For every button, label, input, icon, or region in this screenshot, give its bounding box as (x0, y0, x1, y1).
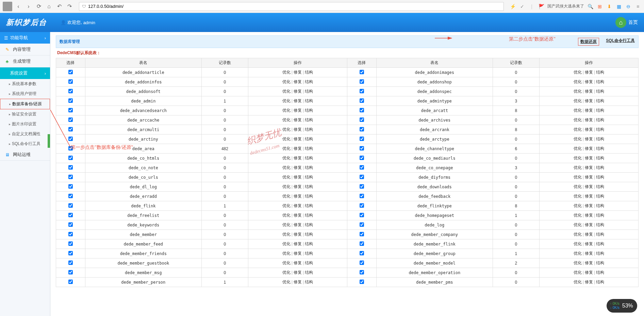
optimize-link[interactable]: 优化 (574, 232, 582, 237)
row-checkbox[interactable] (68, 137, 73, 141)
repair-link[interactable]: 修复 (585, 203, 593, 208)
optimize-link[interactable]: 优化 (574, 203, 582, 208)
repair-link[interactable]: 修复 (294, 89, 302, 94)
repair-link[interactable]: 修复 (585, 184, 593, 189)
structure-link[interactable]: 结构 (596, 127, 604, 132)
row-checkbox[interactable] (68, 280, 73, 284)
optimize-link[interactable]: 优化 (282, 98, 291, 103)
flag-icon[interactable]: 🚩 (538, 3, 545, 10)
optimize-link[interactable]: 优化 (574, 117, 582, 122)
optimize-link[interactable]: 优化 (574, 70, 582, 75)
row-checkbox[interactable] (360, 251, 364, 255)
optimize-link[interactable]: 优化 (574, 137, 582, 141)
structure-link[interactable]: 结构 (596, 98, 604, 103)
sidebar-collapse-handle[interactable] (48, 134, 50, 148)
download-icon[interactable]: ⬇ (606, 3, 613, 10)
repair-link[interactable]: 修复 (585, 232, 593, 237)
row-checkbox[interactable] (360, 165, 364, 170)
apps-icon[interactable]: ⊞ (596, 3, 603, 10)
lightning-icon[interactable]: ✓ (519, 3, 526, 10)
repair-link[interactable]: 修复 (294, 251, 302, 256)
structure-link[interactable]: 结构 (305, 70, 313, 75)
row-checkbox[interactable] (68, 175, 73, 179)
repair-link[interactable]: 修复 (294, 260, 302, 265)
optimize-link[interactable]: 优化 (282, 251, 291, 256)
menu-icon[interactable]: ≡ (634, 3, 641, 10)
structure-link[interactable]: 结构 (596, 165, 604, 170)
row-checkbox[interactable] (360, 137, 364, 141)
row-checkbox[interactable] (68, 241, 73, 246)
repair-link[interactable]: 修复 (585, 117, 593, 122)
undo-button[interactable]: ↶ (55, 2, 63, 11)
repair-link[interactable]: 修复 (585, 127, 593, 132)
structure-link[interactable]: 结构 (305, 156, 313, 160)
row-checkbox[interactable] (68, 232, 73, 236)
sidebar-sub-item[interactable]: 系统基本参数 (0, 79, 50, 89)
optimize-link[interactable]: 优化 (574, 156, 582, 160)
row-checkbox[interactable] (68, 146, 73, 151)
structure-link[interactable]: 结构 (305, 98, 313, 103)
structure-link[interactable]: 结构 (305, 146, 313, 151)
row-checkbox[interactable] (360, 232, 364, 236)
repair-link[interactable]: 修复 (294, 241, 302, 246)
row-checkbox[interactable] (360, 241, 364, 246)
structure-link[interactable]: 结构 (596, 146, 604, 151)
row-checkbox[interactable] (68, 203, 73, 208)
optimize-link[interactable]: 优化 (574, 98, 582, 103)
repair-link[interactable]: 修复 (585, 270, 593, 275)
row-checkbox[interactable] (360, 127, 364, 131)
optimize-link[interactable]: 优化 (574, 213, 582, 218)
sidebar-item-active[interactable]: ✿系统设置› (0, 67, 50, 79)
repair-link[interactable]: 修复 (294, 137, 302, 141)
url-input[interactable] (88, 4, 501, 9)
repair-link[interactable]: 修复 (585, 89, 593, 94)
row-checkbox[interactable] (68, 251, 73, 255)
repair-link[interactable]: 修复 (294, 194, 302, 199)
row-checkbox[interactable] (360, 194, 364, 198)
row-checkbox[interactable] (360, 203, 364, 208)
optimize-link[interactable]: 优化 (574, 260, 582, 265)
repair-link[interactable]: 修复 (294, 270, 302, 275)
row-checkbox[interactable] (360, 184, 364, 189)
structure-link[interactable]: 结构 (305, 203, 313, 208)
optimize-link[interactable]: 优化 (282, 232, 291, 237)
row-checkbox[interactable] (68, 127, 73, 131)
forward-button[interactable]: › (24, 2, 33, 11)
structure-link[interactable]: 结构 (305, 117, 313, 122)
structure-link[interactable]: 结构 (596, 260, 604, 265)
structure-link[interactable]: 结构 (596, 70, 604, 75)
structure-link[interactable]: 结构 (305, 260, 313, 265)
restore-link[interactable]: 数据还原 (578, 38, 599, 46)
row-checkbox[interactable] (68, 194, 73, 198)
optimize-link[interactable]: 优化 (282, 117, 291, 122)
home-button[interactable]: ⌂ (45, 2, 53, 11)
search-icon[interactable]: 🔍 (587, 3, 594, 10)
sidebar-sub-item[interactable]: 系统用户管理 (0, 89, 50, 99)
optimize-link[interactable]: 优化 (282, 70, 291, 75)
row-checkbox[interactable] (68, 156, 73, 160)
structure-link[interactable]: 结构 (305, 222, 313, 227)
structure-link[interactable]: 结构 (305, 127, 313, 132)
row-checkbox[interactable] (68, 165, 73, 170)
repair-link[interactable]: 修复 (294, 175, 302, 179)
network-meter[interactable]: ↑ 0K/s ↓ 0K/s 53% (607, 299, 637, 313)
structure-link[interactable]: 结构 (305, 270, 313, 275)
optimize-link[interactable]: 优化 (282, 260, 291, 265)
repair-link[interactable]: 修复 (585, 175, 593, 179)
row-checkbox[interactable] (360, 89, 364, 93)
repair-link[interactable]: 修复 (585, 156, 593, 160)
repair-link[interactable]: 修复 (585, 137, 593, 141)
sql-tool-link[interactable]: SQL命令行工具 (606, 38, 635, 46)
structure-link[interactable]: 结构 (596, 280, 604, 284)
structure-link[interactable]: 结构 (596, 241, 604, 246)
structure-link[interactable]: 结构 (305, 213, 313, 218)
optimize-link[interactable]: 优化 (282, 108, 291, 113)
optimize-link[interactable]: 优化 (282, 203, 291, 208)
row-checkbox[interactable] (68, 270, 73, 274)
optimize-link[interactable]: 优化 (574, 108, 582, 113)
optimize-link[interactable]: 优化 (574, 175, 582, 179)
sidebar-sub-item[interactable]: 验证安全设置 (0, 109, 50, 119)
repair-link[interactable]: 修复 (585, 194, 593, 199)
sidebar-sub-item[interactable]: 数据库备份/还原 (0, 99, 50, 109)
repair-link[interactable]: 修复 (294, 146, 302, 151)
